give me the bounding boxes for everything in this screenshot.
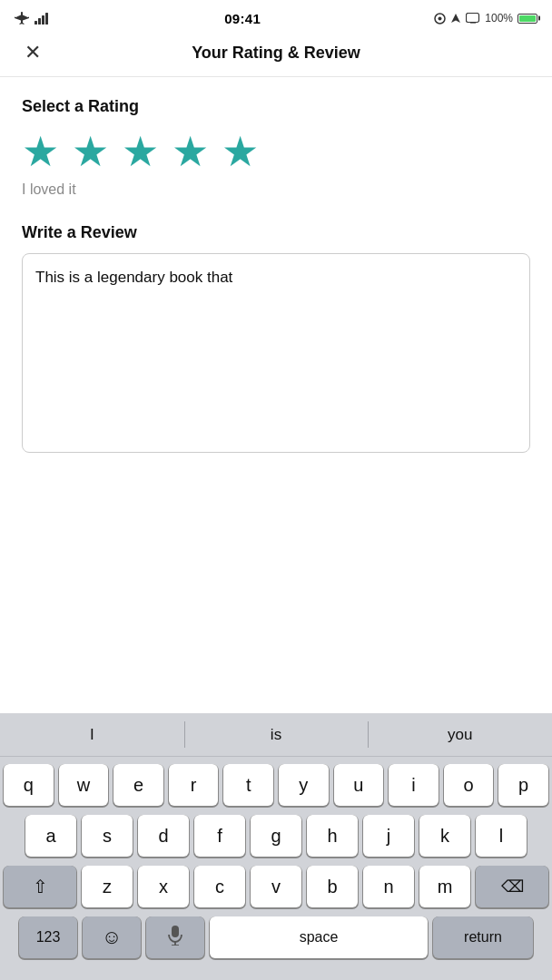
key-z[interactable]: z xyxy=(82,866,133,907)
key-w[interactable]: w xyxy=(59,764,109,806)
shift-key[interactable]: ⇧ xyxy=(4,866,76,907)
svg-point-5 xyxy=(439,16,442,20)
status-bar: 09:41 100% xyxy=(0,0,552,33)
location-icon xyxy=(434,13,446,24)
status-right: 100% xyxy=(434,12,537,24)
mic-key[interactable] xyxy=(146,916,204,958)
navigation-icon xyxy=(450,13,461,24)
keyboard-rows: q w e r t y u i o p a s d f g h j k l ⇧ xyxy=(0,757,552,980)
key-c[interactable]: c xyxy=(194,866,245,907)
key-row-1: q w e r t y u i o p xyxy=(4,764,548,806)
star-4[interactable]: ★ xyxy=(172,131,209,172)
num-key[interactable]: 123 xyxy=(19,916,77,958)
shift-icon: ⇧ xyxy=(33,876,48,897)
key-g[interactable]: g xyxy=(251,815,301,857)
key-i[interactable]: i xyxy=(389,764,439,806)
key-s[interactable]: s xyxy=(82,815,133,857)
star-5[interactable]: ★ xyxy=(222,131,259,172)
mic-icon xyxy=(167,926,183,949)
key-row-4: 123 ☺ space return xyxy=(4,916,548,976)
emoji-icon: ☺ xyxy=(102,926,122,949)
delete-key[interactable]: ⌫ xyxy=(476,866,548,907)
key-x[interactable]: x xyxy=(138,866,189,907)
autocomplete-2[interactable]: is xyxy=(184,713,369,756)
svg-rect-6 xyxy=(467,14,479,23)
screen-icon xyxy=(466,13,480,24)
key-l[interactable]: l xyxy=(476,815,527,857)
nav-bar: ✕ Your Rating & Review xyxy=(0,33,552,77)
emoji-key[interactable]: ☺ xyxy=(83,916,141,958)
key-o[interactable]: o xyxy=(444,764,494,806)
signal-icon xyxy=(34,13,51,24)
autocomplete-3[interactable]: you xyxy=(368,713,552,756)
key-h[interactable]: h xyxy=(307,815,358,857)
delete-icon: ⌫ xyxy=(501,877,524,897)
autocomplete-1[interactable]: I xyxy=(0,713,184,756)
key-n[interactable]: n xyxy=(363,866,414,907)
star-3[interactable]: ★ xyxy=(122,131,159,172)
page-title: Your Rating & Review xyxy=(192,44,360,63)
keyboard: I is you q w e r t y u i o p a s d f g h… xyxy=(0,713,552,980)
space-key[interactable]: space xyxy=(210,916,428,958)
key-row-3: ⇧ z x c v b n m ⌫ xyxy=(4,866,548,907)
key-e[interactable]: e xyxy=(113,764,163,806)
key-r[interactable]: r xyxy=(169,764,219,806)
svg-rect-3 xyxy=(45,13,48,24)
key-m[interactable]: m xyxy=(419,866,470,907)
key-u[interactable]: u xyxy=(334,764,384,806)
content-area: Select a Rating ★ ★ ★ ★ ★ I loved it Wri… xyxy=(0,77,552,456)
star-1[interactable]: ★ xyxy=(22,131,59,172)
autocomplete-bar: I is you xyxy=(0,713,552,757)
review-section-label: Write a Review xyxy=(22,223,530,242)
key-q[interactable]: q xyxy=(4,764,54,806)
key-d[interactable]: d xyxy=(138,815,189,857)
key-j[interactable]: j xyxy=(363,815,414,857)
close-button[interactable]: ✕ xyxy=(18,38,47,67)
battery-icon xyxy=(518,14,537,24)
svg-rect-1 xyxy=(38,18,41,24)
airplane-icon xyxy=(15,12,29,24)
status-time: 09:41 xyxy=(224,11,261,26)
rating-section-label: Select a Rating xyxy=(22,97,530,116)
key-v[interactable]: v xyxy=(251,866,301,907)
key-a[interactable]: a xyxy=(25,815,76,857)
battery-percent: 100% xyxy=(485,12,513,24)
svg-rect-2 xyxy=(42,15,44,24)
svg-rect-0 xyxy=(34,21,37,24)
svg-rect-7 xyxy=(172,926,179,937)
key-y[interactable]: y xyxy=(279,764,329,806)
key-t[interactable]: t xyxy=(223,764,273,806)
key-k[interactable]: k xyxy=(419,815,470,857)
return-key[interactable]: return xyxy=(433,916,533,958)
review-textarea[interactable]: This is a legendary book that xyxy=(22,253,530,453)
star-2[interactable]: ★ xyxy=(72,131,109,172)
key-p[interactable]: p xyxy=(498,764,548,806)
key-f[interactable]: f xyxy=(194,815,245,857)
key-row-2: a s d f g h j k l xyxy=(4,815,548,857)
key-b[interactable]: b xyxy=(307,866,358,907)
status-left xyxy=(15,12,51,24)
rating-text: I loved it xyxy=(22,181,530,198)
stars-row[interactable]: ★ ★ ★ ★ ★ xyxy=(22,131,530,172)
